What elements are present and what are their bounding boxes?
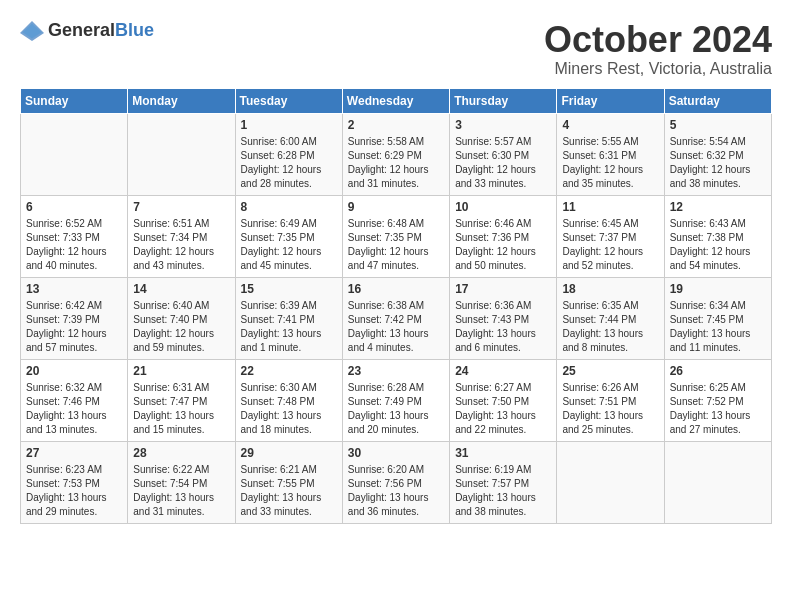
calendar-week-row: 6Sunrise: 6:52 AMSunset: 7:33 PMDaylight…	[21, 195, 772, 277]
calendar-cell: 11Sunrise: 6:45 AMSunset: 7:37 PMDayligh…	[557, 195, 664, 277]
calendar-cell: 9Sunrise: 6:48 AMSunset: 7:35 PMDaylight…	[342, 195, 449, 277]
calendar-cell: 10Sunrise: 6:46 AMSunset: 7:36 PMDayligh…	[450, 195, 557, 277]
day-number: 16	[348, 282, 444, 296]
weekday-header-saturday: Saturday	[664, 88, 771, 113]
calendar-cell: 8Sunrise: 6:49 AMSunset: 7:35 PMDaylight…	[235, 195, 342, 277]
calendar-cell: 7Sunrise: 6:51 AMSunset: 7:34 PMDaylight…	[128, 195, 235, 277]
day-number: 24	[455, 364, 551, 378]
day-detail: Sunrise: 6:25 AMSunset: 7:52 PMDaylight:…	[670, 381, 766, 437]
day-number: 29	[241, 446, 337, 460]
day-detail: Sunrise: 6:45 AMSunset: 7:37 PMDaylight:…	[562, 217, 658, 273]
day-detail: Sunrise: 6:38 AMSunset: 7:42 PMDaylight:…	[348, 299, 444, 355]
day-detail: Sunrise: 6:51 AMSunset: 7:34 PMDaylight:…	[133, 217, 229, 273]
logo-general: General	[48, 20, 115, 40]
calendar-week-row: 27Sunrise: 6:23 AMSunset: 7:53 PMDayligh…	[21, 441, 772, 523]
day-detail: Sunrise: 6:19 AMSunset: 7:57 PMDaylight:…	[455, 463, 551, 519]
calendar-cell: 3Sunrise: 5:57 AMSunset: 6:30 PMDaylight…	[450, 113, 557, 195]
day-number: 23	[348, 364, 444, 378]
calendar-cell: 13Sunrise: 6:42 AMSunset: 7:39 PMDayligh…	[21, 277, 128, 359]
calendar-cell: 17Sunrise: 6:36 AMSunset: 7:43 PMDayligh…	[450, 277, 557, 359]
calendar-cell: 21Sunrise: 6:31 AMSunset: 7:47 PMDayligh…	[128, 359, 235, 441]
day-number: 30	[348, 446, 444, 460]
calendar-cell: 18Sunrise: 6:35 AMSunset: 7:44 PMDayligh…	[557, 277, 664, 359]
day-number: 9	[348, 200, 444, 214]
calendar-cell	[128, 113, 235, 195]
day-detail: Sunrise: 6:30 AMSunset: 7:48 PMDaylight:…	[241, 381, 337, 437]
calendar-cell: 25Sunrise: 6:26 AMSunset: 7:51 PMDayligh…	[557, 359, 664, 441]
day-number: 1	[241, 118, 337, 132]
day-number: 13	[26, 282, 122, 296]
weekday-header-thursday: Thursday	[450, 88, 557, 113]
day-number: 27	[26, 446, 122, 460]
calendar-cell: 23Sunrise: 6:28 AMSunset: 7:49 PMDayligh…	[342, 359, 449, 441]
title-block: October 2024 Miners Rest, Victoria, Aust…	[544, 20, 772, 78]
day-detail: Sunrise: 6:22 AMSunset: 7:54 PMDaylight:…	[133, 463, 229, 519]
day-detail: Sunrise: 6:39 AMSunset: 7:41 PMDaylight:…	[241, 299, 337, 355]
day-number: 21	[133, 364, 229, 378]
calendar-cell: 29Sunrise: 6:21 AMSunset: 7:55 PMDayligh…	[235, 441, 342, 523]
weekday-header-monday: Monday	[128, 88, 235, 113]
day-detail: Sunrise: 6:49 AMSunset: 7:35 PMDaylight:…	[241, 217, 337, 273]
page-header: GeneralBlue October 2024 Miners Rest, Vi…	[20, 20, 772, 78]
day-detail: Sunrise: 6:21 AMSunset: 7:55 PMDaylight:…	[241, 463, 337, 519]
day-detail: Sunrise: 6:40 AMSunset: 7:40 PMDaylight:…	[133, 299, 229, 355]
day-detail: Sunrise: 6:46 AMSunset: 7:36 PMDaylight:…	[455, 217, 551, 273]
day-number: 7	[133, 200, 229, 214]
calendar-week-row: 13Sunrise: 6:42 AMSunset: 7:39 PMDayligh…	[21, 277, 772, 359]
day-number: 2	[348, 118, 444, 132]
logo-text: GeneralBlue	[48, 20, 154, 41]
calendar-cell: 19Sunrise: 6:34 AMSunset: 7:45 PMDayligh…	[664, 277, 771, 359]
day-number: 15	[241, 282, 337, 296]
logo: GeneralBlue	[20, 20, 154, 41]
day-number: 14	[133, 282, 229, 296]
day-number: 22	[241, 364, 337, 378]
day-detail: Sunrise: 6:23 AMSunset: 7:53 PMDaylight:…	[26, 463, 122, 519]
day-detail: Sunrise: 6:43 AMSunset: 7:38 PMDaylight:…	[670, 217, 766, 273]
calendar-week-row: 20Sunrise: 6:32 AMSunset: 7:46 PMDayligh…	[21, 359, 772, 441]
calendar-table: SundayMondayTuesdayWednesdayThursdayFrid…	[20, 88, 772, 524]
day-detail: Sunrise: 6:34 AMSunset: 7:45 PMDaylight:…	[670, 299, 766, 355]
day-number: 12	[670, 200, 766, 214]
day-detail: Sunrise: 5:58 AMSunset: 6:29 PMDaylight:…	[348, 135, 444, 191]
calendar-cell: 2Sunrise: 5:58 AMSunset: 6:29 PMDaylight…	[342, 113, 449, 195]
day-detail: Sunrise: 6:28 AMSunset: 7:49 PMDaylight:…	[348, 381, 444, 437]
day-number: 28	[133, 446, 229, 460]
day-number: 25	[562, 364, 658, 378]
day-detail: Sunrise: 6:00 AMSunset: 6:28 PMDaylight:…	[241, 135, 337, 191]
calendar-cell: 22Sunrise: 6:30 AMSunset: 7:48 PMDayligh…	[235, 359, 342, 441]
calendar-cell: 12Sunrise: 6:43 AMSunset: 7:38 PMDayligh…	[664, 195, 771, 277]
calendar-cell: 6Sunrise: 6:52 AMSunset: 7:33 PMDaylight…	[21, 195, 128, 277]
calendar-cell: 16Sunrise: 6:38 AMSunset: 7:42 PMDayligh…	[342, 277, 449, 359]
day-number: 6	[26, 200, 122, 214]
month-title: October 2024	[544, 20, 772, 60]
calendar-cell: 4Sunrise: 5:55 AMSunset: 6:31 PMDaylight…	[557, 113, 664, 195]
calendar-cell: 24Sunrise: 6:27 AMSunset: 7:50 PMDayligh…	[450, 359, 557, 441]
day-detail: Sunrise: 6:32 AMSunset: 7:46 PMDaylight:…	[26, 381, 122, 437]
calendar-cell: 27Sunrise: 6:23 AMSunset: 7:53 PMDayligh…	[21, 441, 128, 523]
day-detail: Sunrise: 6:35 AMSunset: 7:44 PMDaylight:…	[562, 299, 658, 355]
calendar-cell: 5Sunrise: 5:54 AMSunset: 6:32 PMDaylight…	[664, 113, 771, 195]
calendar-cell	[557, 441, 664, 523]
calendar-cell: 20Sunrise: 6:32 AMSunset: 7:46 PMDayligh…	[21, 359, 128, 441]
calendar-cell: 26Sunrise: 6:25 AMSunset: 7:52 PMDayligh…	[664, 359, 771, 441]
day-detail: Sunrise: 5:57 AMSunset: 6:30 PMDaylight:…	[455, 135, 551, 191]
day-number: 10	[455, 200, 551, 214]
calendar-week-row: 1Sunrise: 6:00 AMSunset: 6:28 PMDaylight…	[21, 113, 772, 195]
day-number: 26	[670, 364, 766, 378]
calendar-cell: 1Sunrise: 6:00 AMSunset: 6:28 PMDaylight…	[235, 113, 342, 195]
day-detail: Sunrise: 6:27 AMSunset: 7:50 PMDaylight:…	[455, 381, 551, 437]
day-number: 19	[670, 282, 766, 296]
day-detail: Sunrise: 6:42 AMSunset: 7:39 PMDaylight:…	[26, 299, 122, 355]
day-detail: Sunrise: 6:52 AMSunset: 7:33 PMDaylight:…	[26, 217, 122, 273]
location-title: Miners Rest, Victoria, Australia	[544, 60, 772, 78]
calendar-cell	[664, 441, 771, 523]
calendar-cell: 31Sunrise: 6:19 AMSunset: 7:57 PMDayligh…	[450, 441, 557, 523]
calendar-cell: 14Sunrise: 6:40 AMSunset: 7:40 PMDayligh…	[128, 277, 235, 359]
calendar-cell: 30Sunrise: 6:20 AMSunset: 7:56 PMDayligh…	[342, 441, 449, 523]
calendar-cell: 15Sunrise: 6:39 AMSunset: 7:41 PMDayligh…	[235, 277, 342, 359]
calendar-cell	[21, 113, 128, 195]
day-detail: Sunrise: 6:26 AMSunset: 7:51 PMDaylight:…	[562, 381, 658, 437]
weekday-header-friday: Friday	[557, 88, 664, 113]
day-detail: Sunrise: 5:55 AMSunset: 6:31 PMDaylight:…	[562, 135, 658, 191]
day-detail: Sunrise: 6:31 AMSunset: 7:47 PMDaylight:…	[133, 381, 229, 437]
